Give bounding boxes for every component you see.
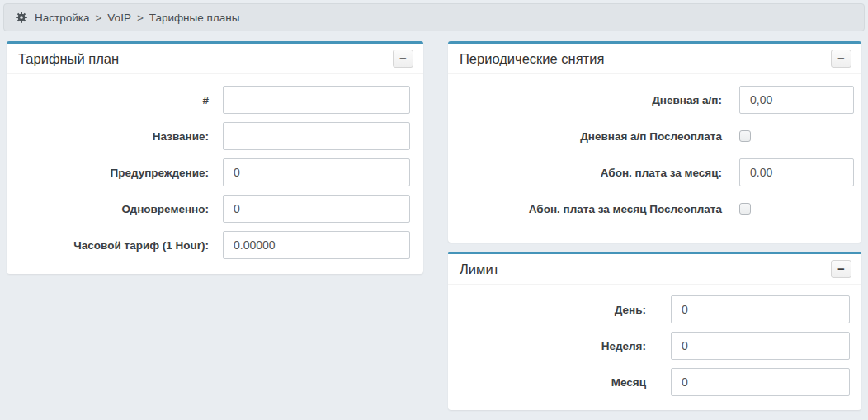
panel-limit-header: Лимит − [448,254,861,285]
form-row: Предупреждение: [19,158,411,186]
month-limit-input[interactable] [671,368,850,396]
form-row: Часовой тариф (1 Hour): [19,231,411,259]
form-row: Абон. плата за месяц Послеоплата [460,195,849,223]
collapse-button[interactable]: − [393,50,413,68]
panel-limit-body: День: Неделя: Месяц [448,285,861,410]
breadcrumb-item-voip[interactable]: VoIP [107,12,131,24]
panel-limit: Лимит − День: Неделя: Месяц [448,252,861,410]
field-label-monthly-fee-postpaid: Абон. плата за месяц Послеоплата [460,203,722,215]
panel-tariff-plan: Тарифный план − # Название: Предупрежден… [7,41,423,274]
name-input[interactable] [223,122,410,150]
minus-icon: − [837,262,845,276]
monthly-fee-postpaid-checkbox[interactable] [739,203,751,215]
field-label-number: # [19,94,209,106]
panel-tariff-plan-header: Тарифный план − [7,44,423,74]
field-label-name: Название: [19,130,209,143]
form-row: Дневная а/п: [460,86,849,114]
panel-tariff-plan-body: # Название: Предупреждение: Одновременно… [7,74,423,274]
breadcrumb-item-settings[interactable]: Настройка [35,12,89,24]
simultaneous-input[interactable] [223,195,410,223]
field-label-monthly-fee: Абон. плата за месяц: [460,167,722,179]
form-row: Абон. плата за месяц: [460,158,849,186]
field-label-daily-fee: Дневная а/п: [460,94,722,106]
form-row: День: [460,295,849,323]
minus-icon: − [837,51,845,65]
field-label-hourly-rate: Часовой тариф (1 Hour): [19,239,209,252]
main-content: Тарифный план − # Название: Предупрежден… [0,31,868,410]
field-label-day-limit: День: [460,304,646,316]
field-label-daily-fee-postpaid: Дневная а/п Послеоплата [460,130,722,143]
gear-icon [16,12,27,23]
week-limit-input[interactable] [671,332,850,360]
monthly-fee-input[interactable] [739,158,854,186]
collapse-button[interactable]: − [831,50,851,68]
hourly-rate-input[interactable] [223,231,410,259]
daily-fee-input[interactable] [739,86,854,114]
field-label-month-limit: Месяц [460,376,646,389]
form-row: Неделя: [460,332,849,360]
number-input[interactable] [223,86,410,114]
panel-periodic-charges-header: Периодические снятия − [448,44,861,74]
breadcrumb-separator: > [95,12,101,24]
form-row: Месяц [460,368,849,396]
form-row: Название: [19,122,411,150]
panel-title: Лимит [460,262,499,277]
breadcrumb-separator: > [137,12,144,24]
day-limit-input[interactable] [671,295,850,323]
form-row: # [19,86,411,114]
panel-periodic-charges-body: Дневная а/п: Дневная а/п Послеоплата Або… [448,74,861,243]
field-label-simultaneous: Одновременно: [19,203,209,215]
panel-title: Тарифный план [18,51,119,67]
warning-input[interactable] [223,158,410,186]
panel-periodic-charges: Периодические снятия − Дневная а/п: Днев… [448,41,861,243]
collapse-button[interactable]: − [831,260,851,278]
form-row: Дневная а/п Послеоплата [460,122,849,150]
breadcrumb: Настройка > VoIP > Тарифные планы [3,3,865,31]
field-label-warning: Предупреждение: [19,167,209,179]
form-row: Одновременно: [19,195,411,223]
daily-fee-postpaid-checkbox[interactable] [739,130,751,142]
panel-title: Периодические снятия [460,51,604,67]
field-label-week-limit: Неделя: [460,340,646,352]
breadcrumb-item-tariff-plans: Тарифные планы [149,12,240,24]
minus-icon: − [399,51,407,65]
